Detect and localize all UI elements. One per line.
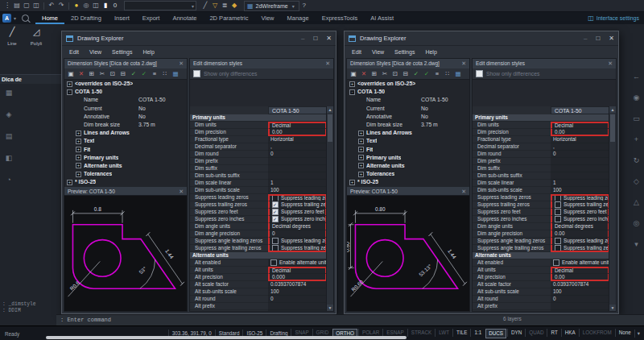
tab-2d-drafting[interactable]: 2D Drafting <box>64 12 108 24</box>
menu-view[interactable]: View <box>89 49 101 55</box>
bulb-icon[interactable]: ● <box>72 1 81 10</box>
paste-icon[interactable]: ⊟ <box>119 69 127 79</box>
status-toggle-rt[interactable]: RT <box>547 329 560 337</box>
grip-icon[interactable]: ⋮ <box>2 1 12 10</box>
tree-item[interactable]: +<overrides on ISO-25> <box>347 80 469 88</box>
paste-icon[interactable]: ⊟ <box>402 69 410 79</box>
menu-view[interactable]: View <box>372 49 384 55</box>
minimize-button[interactable]: – <box>301 35 304 42</box>
menu-edit[interactable]: Edit <box>69 49 79 55</box>
style-column-name[interactable]: COTA 1-50 <box>268 106 327 114</box>
property-value[interactable]: Suppress zero feet <box>268 209 327 216</box>
property-value[interactable]: Suppress zero feet <box>551 209 609 216</box>
minimize-button[interactable]: – <box>584 35 587 42</box>
expand-icon[interactable]: + <box>358 147 364 152</box>
set-current-icon[interactable]: ✓ <box>412 69 420 79</box>
tree-item[interactable]: +* ISO-25 <box>347 178 469 186</box>
checked-checkbox[interactable] <box>272 209 279 215</box>
collapse-icon[interactable]: - <box>349 89 355 95</box>
columns-view-icon[interactable]: ▦ <box>171 69 180 79</box>
expand-icon[interactable]: + <box>349 180 355 185</box>
property-value[interactable]: 0.00 <box>268 129 327 136</box>
tree-item[interactable]: NameCOTA 1-50 <box>347 96 469 104</box>
diamond-icon[interactable]: ◇ <box>634 177 639 185</box>
expand-icon[interactable]: + <box>358 131 364 136</box>
tree-item[interactable]: +<overrides on ISO-25> <box>64 80 187 88</box>
menu-settings[interactable]: Settings <box>112 49 132 55</box>
lamp-icon[interactable]: ◆ <box>229 1 239 10</box>
expand-icon[interactable]: + <box>76 163 81 168</box>
back-icon[interactable]: ← <box>633 73 640 81</box>
menu-help[interactable]: Help <box>142 49 154 55</box>
expand-icon[interactable]: + <box>358 139 364 144</box>
expand-icon[interactable]: + <box>76 155 81 160</box>
property-value[interactable]: Suppress zero inches <box>268 216 327 223</box>
rows-icon[interactable]: ▤ <box>6 132 13 140</box>
property-value[interactable]: Suppress leading ze... <box>268 238 327 245</box>
new-style-icon[interactable]: ▣ <box>67 69 75 79</box>
copy-icon[interactable]: ⊡ <box>391 69 399 79</box>
drawing-canvas[interactable]: ╱ Line ◿ Polyli Dica de ▦◈▤◧◔ ←◉▭+↻◇△◎▾ … <box>0 24 644 325</box>
scroll-thumb[interactable] <box>328 114 332 142</box>
unchecked-checkbox[interactable] <box>555 209 561 215</box>
property-value[interactable]: Suppress leading ze... <box>268 194 327 201</box>
cut-icon[interactable]: ✂ <box>381 69 389 79</box>
tree-item[interactable]: CurrentNo <box>64 105 187 113</box>
expand-icon[interactable]: + <box>358 172 364 177</box>
tab-home[interactable]: Home <box>35 12 64 24</box>
panel-close-icon[interactable]: ✕ <box>179 59 184 68</box>
property-value[interactable]: 0.00 <box>551 129 609 136</box>
command-line[interactable]: : Enter command <box>56 314 644 325</box>
expand-icon[interactable]: + <box>358 155 364 160</box>
table-scrollbar[interactable]: ▲▼ <box>326 106 333 311</box>
expand-icon[interactable]: + <box>67 180 72 185</box>
more-icon[interactable]: ▾ <box>634 240 638 248</box>
tree-item[interactable]: +Alternate units <box>347 162 469 170</box>
unchecked-checkbox[interactable] <box>272 238 279 244</box>
target-icon[interactable]: ◉ <box>634 93 640 102</box>
unchecked-checkbox[interactable] <box>555 216 561 222</box>
tab-expresstools[interactable]: ExpressTools <box>316 12 365 24</box>
property-value[interactable]: 0 <box>268 151 327 158</box>
check-icon[interactable]: ✓ <box>423 69 431 79</box>
table-scrollbar[interactable]: ▲▼ <box>609 106 616 311</box>
unchecked-checkbox[interactable] <box>270 259 277 266</box>
expand-icon[interactable]: + <box>358 163 364 168</box>
link-icon[interactable]: ◎ <box>81 1 91 10</box>
property-value[interactable]: Horizontal <box>551 136 609 143</box>
unchecked-checkbox[interactable] <box>555 195 561 201</box>
interface-settings-button[interactable]: ◫ Interface settings <box>588 15 644 22</box>
property-value[interactable] <box>551 158 609 165</box>
unchecked-checkbox[interactable] <box>272 195 279 201</box>
status-toggle-quad[interactable]: QUAD <box>525 329 547 337</box>
scroll-thumb[interactable] <box>610 114 615 142</box>
expand-icon[interactable]: + <box>67 81 72 87</box>
property-value[interactable]: Decimal <box>268 267 327 274</box>
tab-2d-parametric[interactable]: 2D Parametric <box>203 12 254 24</box>
copy-icon[interactable]: ⊡ <box>109 69 117 79</box>
app-menu-caret-icon[interactable]: ▾ <box>14 15 16 21</box>
tree-item[interactable]: AnnotativeNo <box>347 113 469 121</box>
maximize-button[interactable]: □ <box>596 35 600 42</box>
status-toggle-lookfrom[interactable]: LOOKFROM <box>579 329 615 337</box>
property-value[interactable]: 0 <box>268 230 327 238</box>
tree-item[interactable]: -COTA 1-50 <box>64 88 187 96</box>
property-value[interactable]: Suppress zero inches <box>551 216 609 223</box>
new-style-icon[interactable]: ▣ <box>349 69 357 79</box>
property-value[interactable] <box>551 303 609 310</box>
tree-item[interactable]: NameCOTA 1-50 <box>64 96 187 104</box>
unchecked-checkbox[interactable] <box>555 245 561 251</box>
clock-icon[interactable]: ◔ <box>6 176 10 184</box>
set-current-icon[interactable]: ✓ <box>130 69 138 79</box>
status-caret-icon[interactable]: ▾ <box>634 330 644 338</box>
tab-annotate[interactable]: Annotate <box>166 12 203 24</box>
property-value[interactable]: 0 <box>551 296 609 303</box>
expand-icon[interactable]: + <box>76 139 81 144</box>
property-value[interactable]: 100 <box>268 288 327 296</box>
help-icon[interactable]: ? <box>299 1 309 10</box>
menu-edit[interactable]: Edit <box>352 49 361 55</box>
selection-modes-icon[interactable]: ▽ <box>210 1 220 10</box>
app-logo[interactable]: A <box>2 14 11 23</box>
delete-style-icon[interactable]: ✕ <box>360 69 368 79</box>
tree-item[interactable]: +* ISO-25 <box>64 178 187 186</box>
